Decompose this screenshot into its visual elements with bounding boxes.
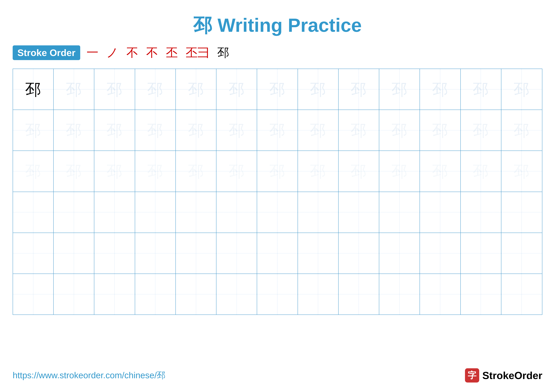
grid-cell-0-1[interactable]: 邳: [54, 69, 94, 110]
grid-cell-2-7[interactable]: 邳: [298, 151, 339, 192]
grid-cell-1-7[interactable]: 邳: [298, 110, 339, 150]
grid-cell-4-5[interactable]: [216, 233, 257, 274]
grid-cell-4-6[interactable]: [257, 233, 298, 274]
grid-cell-1-9[interactable]: 邳: [379, 110, 420, 150]
practice-char: 邳: [432, 163, 448, 179]
grid-cell-4-12[interactable]: [501, 233, 542, 274]
grid-row-5: [13, 274, 542, 314]
grid-cell-2-1[interactable]: 邳: [54, 151, 94, 192]
grid-cell-1-3[interactable]: 邳: [135, 110, 176, 150]
grid-cell-5-2[interactable]: [94, 274, 135, 314]
grid-cell-2-11[interactable]: 邳: [461, 151, 501, 192]
grid-cell-1-1[interactable]: 邳: [54, 110, 94, 150]
grid-cell-4-11[interactable]: [461, 233, 501, 274]
grid-cell-5-10[interactable]: [420, 274, 460, 314]
grid-cell-2-5[interactable]: 邳: [216, 151, 257, 192]
grid-cell-0-3[interactable]: 邳: [135, 69, 176, 110]
grid-cell-1-4[interactable]: 邳: [176, 110, 216, 150]
grid-cell-0-6[interactable]: 邳: [257, 69, 298, 110]
practice-char: 邳: [229, 122, 245, 138]
grid-cell-4-1[interactable]: [54, 233, 94, 274]
grid-cell-2-9[interactable]: 邳: [379, 151, 420, 192]
grid-cell-5-8[interactable]: [339, 274, 379, 314]
grid-cell-0-12[interactable]: 邳: [501, 69, 542, 110]
grid-cell-0-4[interactable]: 邳: [176, 69, 216, 110]
grid-cell-5-0[interactable]: [13, 274, 54, 314]
grid-cell-3-0[interactable]: [13, 192, 54, 233]
grid-cell-2-4[interactable]: 邳: [176, 151, 216, 192]
grid-cell-4-10[interactable]: [420, 233, 460, 274]
grid-cell-4-4[interactable]: [176, 233, 216, 274]
grid-cell-2-12[interactable]: 邳: [501, 151, 542, 192]
footer: https://www.strokeorder.com/chinese/邳 字 …: [13, 368, 542, 383]
grid-cell-3-5[interactable]: [216, 192, 257, 233]
stroke-step-4: 不: [146, 45, 158, 61]
grid-cell-1-0[interactable]: 邳: [13, 110, 54, 150]
grid-cell-1-5[interactable]: 邳: [216, 110, 257, 150]
grid-cell-2-0[interactable]: 邳: [13, 151, 54, 192]
grid-cell-0-10[interactable]: 邳: [420, 69, 460, 110]
grid-cell-4-2[interactable]: [94, 233, 135, 274]
grid-cell-2-2[interactable]: 邳: [94, 151, 135, 192]
grid-cell-5-11[interactable]: [461, 274, 501, 314]
grid-cell-0-8[interactable]: 邳: [339, 69, 379, 110]
grid-cell-2-8[interactable]: 邳: [339, 151, 379, 192]
footer-url: https://www.strokeorder.com/chinese/邳: [13, 370, 166, 381]
grid-cell-3-3[interactable]: [135, 192, 176, 233]
grid-cell-5-12[interactable]: [501, 274, 542, 314]
grid-cell-5-7[interactable]: [298, 274, 339, 314]
grid-cell-5-6[interactable]: [257, 274, 298, 314]
practice-char: 邳: [229, 81, 245, 97]
grid-cell-0-2[interactable]: 邳: [94, 69, 135, 110]
practice-char: 邳: [514, 122, 530, 138]
grid-cell-1-6[interactable]: 邳: [257, 110, 298, 150]
grid-cell-2-6[interactable]: 邳: [257, 151, 298, 192]
logo-icon: 字: [465, 368, 479, 383]
logo-text: StrokeOrder: [482, 370, 542, 381]
practice-char: 邳: [351, 81, 366, 97]
practice-char: 邳: [351, 163, 366, 179]
grid-cell-4-7[interactable]: [298, 233, 339, 274]
practice-grid: 邳邳邳邳邳邳邳邳邳邳邳邳邳邳邳邳邳邳邳邳邳邳邳邳邳邳邳邳邳邳邳邳邳邳邳邳邳邳邳: [13, 69, 542, 315]
grid-cell-3-6[interactable]: [257, 192, 298, 233]
grid-cell-3-4[interactable]: [176, 192, 216, 233]
grid-cell-0-9[interactable]: 邳: [379, 69, 420, 110]
grid-cell-3-2[interactable]: [94, 192, 135, 233]
grid-cell-4-0[interactable]: [13, 233, 54, 274]
grid-cell-1-8[interactable]: 邳: [339, 110, 379, 150]
grid-cell-0-11[interactable]: 邳: [461, 69, 501, 110]
grid-cell-0-5[interactable]: 邳: [216, 69, 257, 110]
grid-cell-1-11[interactable]: 邳: [461, 110, 501, 150]
practice-char: 邳: [147, 122, 163, 138]
grid-cell-1-2[interactable]: 邳: [94, 110, 135, 150]
grid-cell-5-9[interactable]: [379, 274, 420, 314]
grid-cell-2-10[interactable]: 邳: [420, 151, 460, 192]
practice-char: 邳: [107, 81, 123, 97]
practice-char: 邳: [147, 163, 163, 179]
grid-cell-4-3[interactable]: [135, 233, 176, 274]
grid-cell-4-9[interactable]: [379, 233, 420, 274]
grid-cell-5-5[interactable]: [216, 274, 257, 314]
grid-cell-5-1[interactable]: [54, 274, 94, 314]
grid-cell-5-4[interactable]: [176, 274, 216, 314]
grid-cell-3-10[interactable]: [420, 192, 460, 233]
grid-cell-3-7[interactable]: [298, 192, 339, 233]
grid-cell-1-10[interactable]: 邳: [420, 110, 460, 150]
grid-cell-4-8[interactable]: [339, 233, 379, 274]
grid-cell-3-8[interactable]: [339, 192, 379, 233]
grid-cell-3-9[interactable]: [379, 192, 420, 233]
practice-char: 邳: [310, 81, 326, 97]
grid-cell-3-12[interactable]: [501, 192, 542, 233]
grid-cell-1-12[interactable]: 邳: [501, 110, 542, 150]
stroke-step-1: 一: [87, 45, 98, 61]
practice-char: 邳: [310, 163, 326, 179]
practice-char: 邳: [147, 81, 163, 97]
grid-cell-0-7[interactable]: 邳: [298, 69, 339, 110]
grid-cell-5-3[interactable]: [135, 274, 176, 314]
practice-char: 邳: [25, 163, 41, 179]
stroke-step-2: ノ: [106, 45, 118, 61]
grid-cell-3-11[interactable]: [461, 192, 501, 233]
grid-cell-3-1[interactable]: [54, 192, 94, 233]
grid-cell-0-0[interactable]: 邳: [13, 69, 54, 110]
grid-cell-2-3[interactable]: 邳: [135, 151, 176, 192]
